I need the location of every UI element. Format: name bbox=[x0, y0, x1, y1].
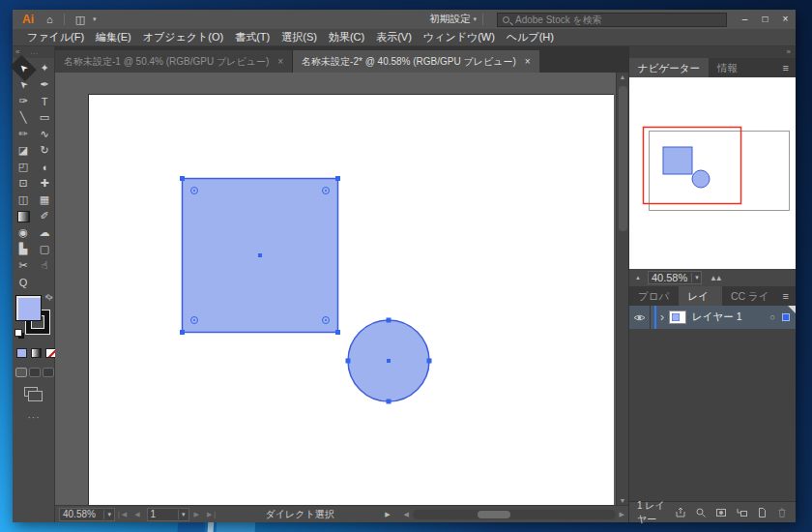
zoom-out-icon[interactable]: ▲ bbox=[635, 275, 641, 281]
next-artboard-button[interactable]: ▶ bbox=[194, 511, 201, 518]
gradient-button[interactable] bbox=[31, 348, 42, 358]
make-clipping-mask-icon[interactable] bbox=[715, 507, 727, 518]
visibility-toggle[interactable] bbox=[629, 306, 651, 329]
create-new-layer-icon[interactable] bbox=[756, 507, 768, 518]
puppet-warp-tool[interactable]: ✚ bbox=[34, 175, 55, 192]
slice-tool[interactable]: ✂ bbox=[13, 257, 34, 274]
scroll-right-icon[interactable]: ▶ bbox=[620, 511, 624, 518]
workspace-switcher[interactable]: 初期設定 bbox=[429, 13, 470, 26]
menu-view[interactable]: 表示(V) bbox=[370, 30, 418, 44]
minimize-button[interactable]: – bbox=[735, 10, 755, 29]
expand-panels-icon[interactable]: » bbox=[787, 47, 791, 56]
selection-indicator[interactable] bbox=[782, 313, 790, 321]
first-artboard-button[interactable]: |◀ bbox=[118, 511, 129, 518]
scale-tool[interactable]: ◰ bbox=[13, 159, 34, 175]
navigator-zoom-select[interactable]: 40.58% ▾ bbox=[648, 271, 702, 284]
menu-effect[interactable]: 効果(C) bbox=[323, 30, 370, 44]
magic-wand-tool[interactable]: ✦ bbox=[34, 60, 55, 76]
expand-layer-icon[interactable]: › bbox=[660, 310, 664, 324]
anchor-point[interactable] bbox=[387, 399, 392, 404]
zoom-tool[interactable]: Q bbox=[13, 274, 34, 290]
draw-normal-button[interactable] bbox=[15, 368, 27, 377]
adobe-stock-search[interactable] bbox=[497, 13, 727, 27]
tab-navigator[interactable]: ナビゲーター bbox=[629, 58, 709, 77]
locate-object-icon[interactable] bbox=[695, 507, 707, 518]
gradient-tool[interactable] bbox=[13, 208, 34, 224]
center-point[interactable] bbox=[387, 359, 391, 363]
anchor-point[interactable] bbox=[180, 330, 185, 335]
scroll-up-icon[interactable]: ▲ bbox=[617, 74, 628, 80]
rotate-tool[interactable]: ↻ bbox=[34, 142, 55, 159]
eraser-tool[interactable]: ◪ bbox=[13, 142, 34, 159]
document-tab-2[interactable]: 名称未設定-2* @ 40.58% (RGB/GPU プレビュー) × bbox=[293, 50, 539, 73]
layer-row[interactable]: › レイヤー 1 ○ bbox=[629, 306, 796, 329]
close-icon[interactable]: × bbox=[277, 50, 283, 73]
home-icon[interactable]: ⌂ bbox=[46, 14, 53, 25]
center-point[interactable] bbox=[258, 253, 262, 257]
rectangle-tool[interactable]: ▭ bbox=[34, 109, 55, 126]
delete-selection-icon[interactable] bbox=[776, 507, 788, 518]
free-transform-tool[interactable]: ⊡ bbox=[13, 175, 34, 192]
blend-tool[interactable]: ◉ bbox=[13, 224, 34, 241]
chevron-down-icon[interactable]: ▾ bbox=[473, 15, 477, 23]
shape-builder-tool[interactable]: ◫ bbox=[13, 192, 34, 208]
artboard-number-select[interactable]: 1 ▾ bbox=[147, 508, 189, 521]
scroll-left-icon[interactable]: ◀ bbox=[404, 511, 409, 518]
create-new-sublayer-icon[interactable] bbox=[736, 507, 747, 518]
anchor-point[interactable] bbox=[427, 359, 432, 364]
draw-behind-button[interactable] bbox=[29, 368, 41, 377]
artboard-tool[interactable]: ▢ bbox=[34, 241, 55, 257]
horizontal-scroll-thumb[interactable] bbox=[478, 511, 510, 518]
horizontal-scrollbar[interactable] bbox=[413, 510, 616, 519]
edit-toolbar-button[interactable]: ··· bbox=[13, 412, 55, 423]
panel-menu-icon[interactable]: ≡ bbox=[783, 290, 789, 302]
zoom-level-select[interactable]: 40.58% ▾ bbox=[59, 508, 115, 521]
tab-info[interactable]: 情報 bbox=[709, 58, 746, 77]
status-menu-icon[interactable]: ▶ bbox=[385, 511, 390, 518]
fill-swatch[interactable] bbox=[15, 295, 42, 321]
draw-inside-button[interactable] bbox=[43, 368, 54, 377]
canvas[interactable]: ▲ ▼ bbox=[55, 73, 628, 505]
layer-thumbnail[interactable] bbox=[669, 310, 686, 324]
mesh-tool[interactable]: ▦ bbox=[34, 192, 55, 208]
last-artboard-button[interactable]: ▶| bbox=[207, 511, 218, 518]
anchor-point[interactable] bbox=[346, 359, 351, 364]
menu-select[interactable]: 選択(S) bbox=[276, 30, 323, 44]
zoom-in-icon[interactable]: ▲▲ bbox=[710, 274, 721, 282]
vertical-scrollbar[interactable]: ▲ ▼ bbox=[616, 73, 628, 505]
scroll-down-icon[interactable]: ▼ bbox=[617, 497, 628, 504]
swap-fill-stroke-icon[interactable]: ⇄ bbox=[44, 291, 55, 303]
pen-tool[interactable]: ✒ bbox=[34, 76, 55, 93]
width-tool[interactable]: ◖ bbox=[34, 159, 55, 175]
hand-tool[interactable]: ☝ bbox=[34, 257, 55, 274]
collapse-panel-icon[interactable]: « bbox=[15, 47, 19, 56]
anchor-point[interactable] bbox=[335, 330, 340, 335]
vertical-scroll-thumb[interactable] bbox=[619, 86, 627, 231]
menu-edit[interactable]: 編集(E) bbox=[90, 30, 137, 44]
close-button[interactable]: × bbox=[775, 10, 796, 29]
collect-for-export-icon[interactable] bbox=[675, 507, 686, 518]
anchor-point[interactable] bbox=[180, 176, 185, 181]
menu-type[interactable]: 書式(T) bbox=[229, 30, 276, 44]
eyedropper-tool[interactable]: ✐ bbox=[34, 208, 55, 224]
menu-file[interactable]: ファイル(F) bbox=[21, 30, 90, 44]
chevron-down-icon[interactable]: ▾ bbox=[93, 15, 97, 23]
drag-grip-icon[interactable]: ⋯ bbox=[30, 48, 39, 60]
screen-mode-button[interactable] bbox=[24, 387, 38, 397]
anchor-point[interactable] bbox=[335, 176, 340, 181]
tab-layers[interactable]: レイヤー bbox=[679, 286, 722, 306]
type-tool[interactable]: T bbox=[34, 93, 55, 109]
default-fill-stroke-icon[interactable] bbox=[14, 329, 22, 337]
close-icon[interactable]: × bbox=[525, 50, 531, 73]
line-segment-tool[interactable]: ╲ bbox=[13, 109, 34, 126]
menu-window[interactable]: ウィンドウ(W) bbox=[418, 30, 501, 44]
maximize-button[interactable]: □ bbox=[755, 10, 775, 29]
tab-cc-libraries[interactable]: CC ライブラリ bbox=[722, 286, 783, 306]
anchor-point[interactable] bbox=[387, 318, 392, 323]
shaper-tool[interactable]: ∿ bbox=[34, 126, 55, 142]
navigator-preview[interactable] bbox=[629, 77, 796, 269]
menu-help[interactable]: ヘルプ(H) bbox=[501, 30, 560, 44]
search-input[interactable] bbox=[515, 15, 721, 25]
document-tab-1[interactable]: 名称未設定-1 @ 50.4% (RGB/GPU プレビュー) × bbox=[55, 50, 293, 73]
column-graph-tool[interactable]: ▙ bbox=[13, 241, 34, 257]
